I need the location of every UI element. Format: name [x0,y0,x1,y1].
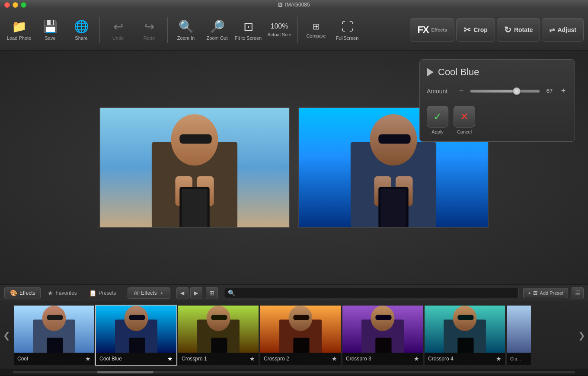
cancel-button[interactable]: ✕ Cancel [454,106,475,134]
crosspro4-thumb-label-row: Crosspro 4 ★ [425,353,505,365]
effect-thumb-crosspro1[interactable]: Crosspro 1 ★ [177,305,259,366]
crosspro4-thumbnail-image [425,306,505,353]
svg-rect-11 [378,134,410,143]
toolbar-right: FX Effects ✂ Crop ↻ Rotate ⇌ Adjust [408,18,584,41]
amount-slider-track[interactable] [470,89,540,93]
crosspro2-thumb-label: Crosspro 2 [264,356,289,362]
fx-label: FX [417,24,428,35]
titlebar: 🖼 IMAG0085 [0,0,588,10]
bottom-scrollbar[interactable] [0,369,588,375]
tab-favorites[interactable]: ★ Favorites [42,287,82,299]
fullscreen-button[interactable]: ⛶ FullScreen [332,13,362,47]
share-button[interactable]: 🌐 Share [67,13,96,47]
amount-increase-button[interactable]: + [559,86,568,96]
fx-button[interactable]: FX Effects [410,18,454,41]
amount-decrease-button[interactable]: − [457,86,466,96]
scrollbar-thumb[interactable] [97,371,153,373]
cool-thumb-star[interactable]: ★ [85,355,91,362]
zoom-in-button[interactable]: 🔍 Zoom In [171,13,201,47]
play-icon[interactable] [427,68,434,76]
svg-rect-35 [293,338,309,353]
window-controls [4,2,26,8]
effect-thumb-cool[interactable]: Cool ★ [13,305,95,366]
apply-label: Apply [431,129,444,134]
fit-to-screen-icon: ⊡ [243,19,253,34]
crosspro3-thumb-star[interactable]: ★ [414,355,419,362]
svg-rect-15 [380,189,406,227]
redo-button[interactable]: ↪ Redo [134,13,164,47]
apply-button[interactable]: ✓ Apply [427,106,448,134]
effect-thumb-crosspro4[interactable]: Crosspro 4 ★ [424,305,506,366]
search-input[interactable] [238,288,515,298]
crosspro3-thumbnail-image [342,306,423,353]
strip-next-button[interactable]: ❯ [575,305,588,366]
effect-settings-panel: Cool Blue Amount − 67 + ✓ Apply ✕ Cancel [419,59,575,142]
apply-icon: ✓ [427,106,448,127]
crop-button[interactable]: ✂ Crop [456,18,495,41]
effect-thumb-crosspro2[interactable]: Crosspro 2 ★ [259,305,342,366]
fullscreen-icon: ⛶ [341,19,353,34]
tab-effects[interactable]: 🎨 Effects [4,287,41,299]
add-preset-photo-icon: 🖼 [533,290,538,296]
window-title: 🖼 IMAG0085 [278,2,310,8]
original-photo-svg [100,108,289,227]
share-icon: 🌐 [74,19,89,34]
file-icon: 🖼 [278,2,283,7]
amount-label: Amount [427,88,453,95]
zoom-out-button[interactable]: 🔎 Zoom Out [202,13,232,47]
amount-slider-fill [470,90,517,92]
effect-thumb-cro[interactable]: Cro... [506,305,532,366]
load-photo-button[interactable]: 📁 Load Photo [4,13,34,47]
adjust-icon: ⇌ [549,26,555,34]
maximize-button[interactable] [21,2,26,8]
crosspro4-thumb-label: Crosspro 4 [428,356,454,362]
tab-presets[interactable]: 📋 Presets [84,287,121,299]
actual-size-button[interactable]: 100% Actual Size [265,13,294,47]
effects-tab-icon: 🎨 [10,290,17,296]
scrollbar-track[interactable] [13,371,575,373]
filter-button[interactable]: ☰ [572,287,584,299]
crosspro2-thumb-star[interactable]: ★ [332,355,337,362]
adjust-button[interactable]: ⇌ Adjust [542,18,584,41]
compare-button[interactable]: ⊞ Compare [301,13,331,47]
zoom-in-icon: 🔍 [179,19,194,34]
cro-thumbnail-image [507,306,531,353]
close-button[interactable] [4,2,10,8]
coolblue-thumb-label: Cool Blue [99,356,122,362]
crosspro2-thumbnail-image [260,306,341,353]
main-canvas-area: Cool Blue Amount − 67 + ✓ Apply ✕ Cancel [0,51,588,284]
rotate-icon: ↻ [504,25,511,35]
actual-size-icon: 100% [271,22,288,30]
minimize-button[interactable] [13,2,18,8]
all-effects-arrow-icon: ▲ [160,290,164,295]
cancel-label: Cancel [457,129,472,134]
effect-thumb-crosspro3[interactable]: Crosspro 3 ★ [342,305,424,366]
svg-rect-3 [179,134,211,143]
cool-thumbnail-image [14,306,94,353]
undo-icon: ↩ [113,19,123,34]
crosspro1-thumb-star[interactable]: ★ [249,355,255,362]
amount-slider-thumb[interactable] [513,87,521,95]
cool-thumb-label: Cool [17,356,28,362]
crosspro3-thumb-label-row: Crosspro 3 ★ [342,353,423,365]
nav-next-button[interactable]: ▶ [190,287,202,299]
separator-3 [297,17,298,43]
effect-thumb-coolblue[interactable]: Cool Blue ★ [95,305,177,366]
nav-prev-button[interactable]: ◀ [176,287,189,299]
add-preset-button[interactable]: + 🖼 Add Preset [523,288,568,298]
rotate-button[interactable]: ↻ Rotate [497,18,540,41]
coolblue-thumb-star[interactable]: ★ [167,355,173,362]
separator-2 [167,17,168,43]
crosspro1-thumb-label-row: Crosspro 1 ★ [178,353,259,365]
svg-rect-19 [47,315,63,320]
separator-1 [99,17,100,43]
crosspro2-thumb-label-row: Crosspro 2 ★ [260,353,341,365]
save-button[interactable]: 💾 Save [35,13,65,47]
crosspro4-thumb-star[interactable]: ★ [496,355,502,362]
fit-to-screen-button[interactable]: ⊡ Fit to Screen [233,13,263,47]
all-effects-dropdown[interactable]: All Effects ▲ [128,287,170,299]
effects-bar: 🎨 Effects ★ Favorites 📋 Presets All Effe… [0,284,588,375]
strip-prev-button[interactable]: ❮ [0,305,13,366]
grid-view-button[interactable]: ⊞ [206,287,218,299]
undo-button[interactable]: ↩ Undo [103,13,133,47]
